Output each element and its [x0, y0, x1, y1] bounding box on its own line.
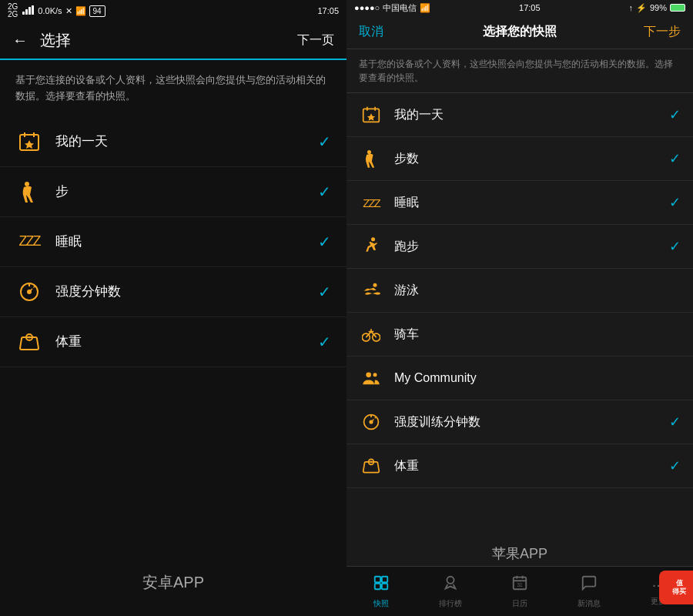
wifi-icon-right: 📶 — [420, 3, 430, 13]
list-item[interactable]: 步 ✓ — [0, 167, 346, 217]
tab-snapshot[interactable]: 快照 — [346, 567, 416, 616]
list-item[interactable]: My Community — [346, 357, 693, 400]
ios-panel: ●●●●○ 中国电信 📶 17:05 ↑ ⚡ 99% 取消 选择您的快照 下一步… — [346, 0, 693, 616]
svg-point-19 — [373, 283, 377, 287]
list-item[interactable]: 游泳 — [346, 269, 693, 313]
tab-ranking[interactable]: 排行榜 — [416, 567, 485, 616]
network-label: 2G2G — [8, 3, 18, 18]
svg-point-17 — [367, 150, 371, 154]
svg-rect-3 — [32, 5, 34, 15]
time-left: 17:05 — [317, 6, 339, 15]
check-day-right: ✓ — [669, 106, 681, 123]
battery-icon — [670, 4, 685, 12]
item-label-day: 我的一天 — [55, 132, 318, 150]
svg-point-22 — [366, 373, 371, 378]
list-item[interactable]: 强度分钟数 ✓ — [0, 267, 346, 317]
next-button-left[interactable]: 下一页 — [297, 32, 334, 49]
item-label-weight: 体重 — [55, 333, 318, 350]
item-list-left: 我的一天 ✓ 步 ✓ ZZZ 睡眠 ✓ — [0, 117, 346, 557]
dots-icon: ●●●●○ — [354, 3, 380, 12]
svg-point-23 — [373, 373, 377, 377]
next-button-right[interactable]: 下一步 — [634, 24, 681, 40]
steps-icon — [15, 178, 43, 206]
battery-right: 99% — [650, 3, 667, 12]
time-right: 17:05 — [519, 3, 541, 12]
tab-label-snapshot: 快照 — [373, 598, 389, 609]
item-label-sleep: 睡眠 — [55, 233, 318, 250]
item-label-run-right: 跑步 — [394, 239, 669, 255]
sleep-icon: ZZZ — [15, 228, 43, 256]
tab-bar: 快照 排行榜 31 — [346, 566, 693, 616]
tab-label-calendar: 日历 — [512, 598, 527, 609]
list-item[interactable]: ZZZ 睡眠 ✓ — [0, 217, 346, 267]
svg-point-13 — [28, 336, 31, 338]
svg-line-11 — [34, 286, 36, 288]
item-label-intensity: 强度分钟数 — [55, 283, 318, 300]
status-info-left: 2G2G 0.0K/s ✕ 📶 94 — [8, 3, 105, 18]
calendar-icon: 31 — [511, 574, 528, 596]
cancel-button[interactable]: 取消 — [359, 24, 405, 40]
run-icon-right — [359, 234, 383, 259]
status-bar-right: ●●●●○ 中国电信 📶 17:05 ↑ ⚡ 99% — [346, 0, 693, 15]
svg-rect-33 — [382, 583, 387, 588]
list-item[interactable]: 步数 ✓ — [346, 137, 693, 181]
ranking-icon — [442, 574, 459, 596]
check-intensity: ✓ — [318, 283, 331, 301]
svg-rect-30 — [375, 576, 380, 581]
check-weight: ✓ — [318, 333, 331, 351]
check-sleep: ✓ — [318, 233, 331, 251]
item-label-community: My Community — [394, 371, 681, 385]
check-intensity-right: ✓ — [669, 413, 681, 430]
weight-icon-right — [359, 454, 383, 478]
item-label-swim-right: 游泳 — [394, 283, 681, 299]
svg-point-18 — [371, 237, 375, 241]
snapshot-icon — [373, 574, 390, 596]
intensity-icon-right — [359, 410, 383, 434]
item-label-steps-right: 步数 — [394, 151, 669, 167]
list-item[interactable]: 体重 ✓ — [0, 317, 346, 367]
back-button[interactable]: ← — [12, 32, 28, 49]
item-label-day-right: 我的一天 — [394, 107, 669, 123]
svg-point-29 — [370, 461, 373, 464]
nav-title-left: 选择 — [40, 30, 297, 51]
item-label-sleep-right: 睡眠 — [394, 195, 669, 211]
tab-messages[interactable]: 新消息 — [554, 567, 624, 616]
item-label-steps: 步 — [55, 182, 318, 200]
carrier-label: 中国电信 — [383, 2, 417, 14]
list-item[interactable]: ZZZ 睡眠 ✓ — [346, 181, 693, 225]
status-bar-left: 2G2G 0.0K/s ✕ 📶 94 17:05 — [0, 0, 346, 22]
list-item[interactable]: 我的一天 ✓ — [346, 93, 693, 137]
check-sleep-right: ✓ — [669, 194, 681, 211]
list-item[interactable]: 我的一天 ✓ — [0, 117, 346, 167]
item-label-intensity-right: 强度训练分钟数 — [394, 414, 669, 430]
footer-label-left: 安卓APP — [0, 557, 346, 616]
svg-point-7 — [25, 182, 29, 186]
watermark: 值得买 — [659, 571, 693, 604]
check-day: ✓ — [318, 132, 331, 151]
description-right: 基于您的设备或个人资料，这些快照会向您提供与您的活动相关的数据。选择要查看的快照… — [346, 49, 693, 93]
nav-title-right: 选择您的快照 — [405, 24, 634, 40]
swim-icon-right — [359, 278, 383, 303]
tab-calendar[interactable]: 31 日历 — [485, 567, 554, 616]
list-item[interactable]: 强度训练分钟数 ✓ — [346, 400, 693, 444]
list-item[interactable]: 体重 ✓ — [346, 444, 693, 488]
svg-rect-1 — [25, 9, 28, 15]
svg-rect-32 — [375, 583, 380, 588]
tab-label-messages: 新消息 — [578, 598, 601, 609]
arrow-icon: ↑ — [628, 3, 633, 12]
footer-label-right: 苹果APP — [346, 540, 693, 566]
item-label-cycle-right: 骑车 — [394, 326, 681, 343]
list-item[interactable]: 骑车 — [346, 313, 693, 357]
bluetooth-icon: ⚡ — [636, 3, 647, 13]
svg-rect-0 — [22, 12, 25, 15]
item-label-weight-right: 体重 — [394, 458, 669, 474]
list-item[interactable]: 跑步 ✓ — [346, 225, 693, 269]
day-icon — [15, 128, 43, 156]
svg-point-34 — [447, 576, 454, 583]
tab-more[interactable]: ··· 更多 值得买 — [624, 567, 693, 616]
description-left: 基于您连接的设备或个人资料，这些快照会向您提供与您的活动相关的数据。选择要查看的… — [0, 60, 346, 117]
nav-bar-right: 取消 选择您的快照 下一步 — [346, 15, 693, 49]
check-steps-right: ✓ — [669, 150, 681, 167]
item-list-right: 我的一天 ✓ 步数 ✓ ZZZ 睡眠 ✓ — [346, 93, 693, 540]
weight-icon — [15, 328, 43, 356]
